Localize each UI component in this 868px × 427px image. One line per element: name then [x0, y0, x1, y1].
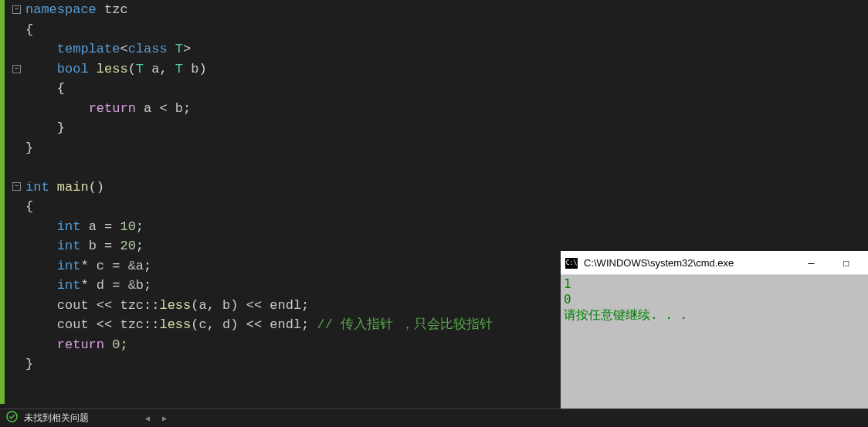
- console-body: 1 0 请按任意键继续. . .: [561, 275, 868, 324]
- svg-point-0: [7, 412, 17, 422]
- code-line[interactable]: }: [25, 138, 868, 158]
- console-output-line: 0: [564, 292, 865, 307]
- code-line[interactable]: [25, 158, 868, 178]
- arrow-right-icon[interactable]: ▶: [162, 414, 167, 423]
- fold-icon[interactable]: −: [12, 182, 21, 191]
- code-line[interactable]: int a = 10;: [25, 217, 868, 237]
- console-output-line: 请按任意键继续. . .: [564, 307, 865, 323]
- arrow-left-icon[interactable]: ◀: [145, 414, 150, 423]
- code-line[interactable]: }: [25, 118, 868, 138]
- code-line[interactable]: {: [25, 79, 868, 99]
- cmd-icon: C:\: [565, 258, 578, 269]
- code-line[interactable]: bool less(T a, T b): [25, 59, 868, 80]
- console-title: C:\WINDOWS\system32\cmd.exe: [584, 257, 794, 269]
- fold-icon[interactable]: −: [12, 5, 21, 14]
- maximize-button[interactable]: ☐: [829, 252, 863, 275]
- fold-icon[interactable]: −: [12, 65, 21, 73]
- status-bar: 未找到相关问题 ◀ ▶: [0, 408, 868, 427]
- console-titlebar[interactable]: C:\ C:\WINDOWS\system32\cmd.exe — ☐: [561, 252, 868, 275]
- code-line[interactable]: return a < b;: [25, 99, 868, 119]
- status-text: 未找到相关问题: [24, 412, 89, 425]
- code-line[interactable]: {: [25, 197, 868, 217]
- code-line[interactable]: {: [25, 20, 868, 40]
- check-icon: [6, 411, 18, 425]
- code-line[interactable]: namespace tzc: [25, 0, 868, 20]
- console-window: C:\ C:\WINDOWS\system32\cmd.exe — ☐ 1 0 …: [561, 251, 868, 427]
- gutter: − − −: [0, 0, 25, 404]
- minimize-button[interactable]: —: [794, 252, 829, 275]
- console-output-line: 1: [564, 276, 865, 292]
- code-line[interactable]: int main(): [25, 178, 868, 198]
- code-line[interactable]: template<class T>: [25, 39, 868, 59]
